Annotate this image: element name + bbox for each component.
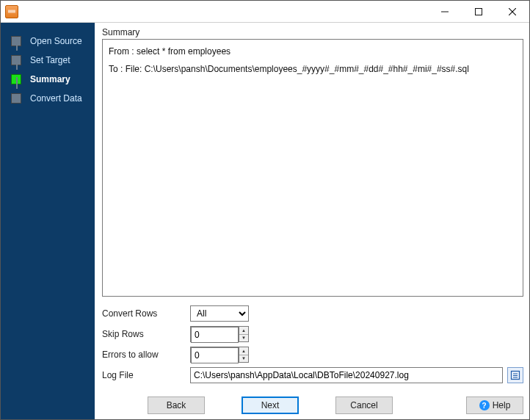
summary-to-line: To : File: C:\Users\pansh\Documents\empl… bbox=[109, 62, 517, 76]
step-label: Open Source bbox=[30, 36, 82, 46]
app-icon bbox=[5, 5, 18, 18]
step-open-source[interactable]: Open Source bbox=[1, 32, 95, 51]
maximize-icon bbox=[475, 8, 482, 15]
svg-rect-1 bbox=[476, 8, 482, 15]
main-panel: Summary From : select * from employees T… bbox=[95, 23, 529, 420]
summary-textarea[interactable]: From : select * from employees To : File… bbox=[102, 39, 523, 297]
step-summary[interactable]: Summary bbox=[1, 70, 95, 89]
minimize-icon bbox=[441, 8, 449, 15]
next-button[interactable]: Next bbox=[242, 397, 299, 414]
summary-section-label: Summary bbox=[102, 27, 523, 37]
maximize-button[interactable] bbox=[462, 1, 495, 23]
convert-rows-select[interactable]: All bbox=[190, 305, 249, 322]
browse-icon bbox=[510, 370, 520, 380]
skip-rows-spinner[interactable]: ▲ ▼ bbox=[190, 326, 249, 342]
back-button-label: Back bbox=[167, 400, 186, 410]
help-icon: ? bbox=[479, 400, 490, 410]
spinner-up-icon[interactable]: ▲ bbox=[239, 347, 248, 355]
minimize-button[interactable] bbox=[428, 1, 462, 23]
skip-rows-input[interactable] bbox=[191, 327, 239, 343]
row-errors-allow: Errors to allow ▲ ▼ bbox=[102, 347, 523, 363]
errors-allow-spinner[interactable]: ▲ ▼ bbox=[190, 347, 249, 363]
window-controls bbox=[428, 1, 529, 23]
step-indicator-icon bbox=[11, 93, 21, 104]
step-label: Convert Data bbox=[30, 93, 82, 104]
row-skip-rows: Skip Rows ▲ ▼ bbox=[102, 326, 523, 342]
cancel-button-label: Cancel bbox=[350, 400, 377, 410]
title-bar bbox=[1, 1, 529, 23]
skip-rows-label: Skip Rows bbox=[102, 329, 190, 339]
spinner-up-icon[interactable]: ▲ bbox=[239, 327, 248, 335]
wizard-sidebar: Open Source Set Target Summary Convert D… bbox=[1, 23, 95, 420]
log-file-browse-button[interactable] bbox=[507, 367, 523, 383]
help-button[interactable]: ? Help bbox=[466, 397, 523, 414]
step-label: Summary bbox=[30, 74, 70, 84]
spinner-down-icon[interactable]: ▼ bbox=[239, 335, 248, 342]
step-convert-data[interactable]: Convert Data bbox=[1, 89, 95, 108]
wizard-button-bar: Back Next Cancel ? Help bbox=[102, 388, 523, 414]
close-button[interactable] bbox=[495, 1, 529, 23]
log-file-input[interactable] bbox=[190, 367, 503, 383]
next-button-label: Next bbox=[261, 400, 280, 410]
errors-allow-input[interactable] bbox=[191, 347, 239, 363]
close-icon bbox=[509, 8, 516, 15]
step-set-target[interactable]: Set Target bbox=[1, 51, 95, 70]
row-log-file: Log File bbox=[102, 367, 523, 383]
summary-from-line: From : select * from employees bbox=[109, 44, 517, 59]
errors-allow-label: Errors to allow bbox=[102, 350, 190, 360]
log-file-label: Log File bbox=[102, 370, 190, 380]
row-convert-rows: Convert Rows All bbox=[102, 305, 523, 322]
cancel-button[interactable]: Cancel bbox=[335, 397, 393, 414]
step-label: Set Target bbox=[30, 55, 70, 65]
options-form: Convert Rows All Skip Rows ▲ ▼ Errors to… bbox=[102, 305, 523, 388]
spinner-down-icon[interactable]: ▼ bbox=[239, 355, 248, 363]
convert-rows-label: Convert Rows bbox=[102, 308, 190, 319]
back-button[interactable]: Back bbox=[148, 397, 205, 414]
help-button-label: Help bbox=[493, 400, 511, 410]
